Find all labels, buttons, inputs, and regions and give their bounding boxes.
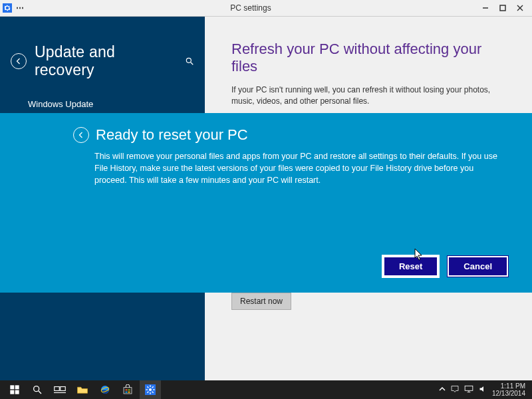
refresh-heading: Refresh your PC without affecting your f… [231, 41, 505, 75]
start-button[interactable] [4, 380, 25, 399]
restart-section: Restart now [231, 293, 291, 310]
clock-date: 12/13/2014 [492, 390, 525, 397]
svg-rect-22 [128, 392, 130, 393]
minimize-button[interactable] [477, 2, 493, 14]
svg-rect-9 [10, 390, 14, 394]
svg-rect-8 [15, 385, 19, 389]
modal-back-icon[interactable] [73, 127, 89, 143]
sidebar-item-windows-update[interactable]: Windows Update [0, 92, 205, 116]
close-button[interactable] [512, 2, 528, 14]
modal-body: This will remove your personal files and… [73, 150, 508, 186]
settings-app-icon[interactable] [140, 380, 161, 399]
file-explorer-icon[interactable] [72, 380, 93, 399]
titlebar-dots[interactable]: ⋯ [16, 3, 24, 13]
svg-rect-13 [55, 387, 60, 391]
cursor-icon [414, 248, 424, 264]
store-icon[interactable] [117, 380, 138, 399]
svg-point-11 [34, 386, 39, 392]
sidebar-title: Update and recovery [35, 43, 177, 79]
svg-line-6 [191, 63, 194, 65]
refresh-body: If your PC isn't running well, you can r… [231, 84, 505, 108]
svg-line-12 [39, 391, 41, 394]
back-icon[interactable] [11, 53, 27, 69]
volume-icon[interactable] [479, 385, 487, 394]
task-view-icon[interactable] [49, 380, 70, 399]
svg-rect-7 [10, 385, 14, 389]
tray-arrow-icon[interactable] [439, 386, 446, 394]
gear-icon [3, 3, 12, 13]
svg-rect-18 [124, 388, 132, 394]
titlebar: ⋯ PC settings [0, 0, 532, 17]
ie-icon[interactable] [94, 380, 116, 399]
modal-title: Ready to reset your PC [96, 126, 248, 144]
network-icon[interactable] [464, 385, 473, 394]
svg-rect-19 [126, 389, 128, 390]
clock[interactable]: 1:11 PM 12/13/2014 [492, 382, 525, 397]
cancel-button[interactable]: Cancel [448, 256, 508, 277]
restart-now-button[interactable]: Restart now [231, 293, 291, 310]
svg-point-5 [186, 58, 191, 63]
window-title: PC settings [24, 3, 477, 13]
maximize-button[interactable] [495, 2, 511, 14]
svg-rect-21 [126, 392, 128, 393]
svg-point-24 [149, 388, 152, 391]
svg-rect-33 [465, 386, 473, 390]
action-center-icon[interactable] [451, 385, 459, 394]
search-icon[interactable] [185, 57, 194, 66]
system-tray[interactable]: 1:11 PM 12/13/2014 [439, 382, 528, 397]
taskbar: 1:11 PM 12/13/2014 [0, 380, 532, 399]
clock-time: 1:11 PM [492, 382, 525, 390]
svg-rect-10 [15, 390, 19, 394]
svg-rect-2 [500, 5, 505, 11]
reset-modal: Ready to reset your PC This will remove … [0, 113, 532, 293]
taskbar-search-icon[interactable] [27, 380, 48, 399]
svg-rect-20 [128, 389, 130, 390]
svg-rect-14 [61, 387, 66, 391]
reset-button[interactable]: Reset [383, 256, 438, 277]
